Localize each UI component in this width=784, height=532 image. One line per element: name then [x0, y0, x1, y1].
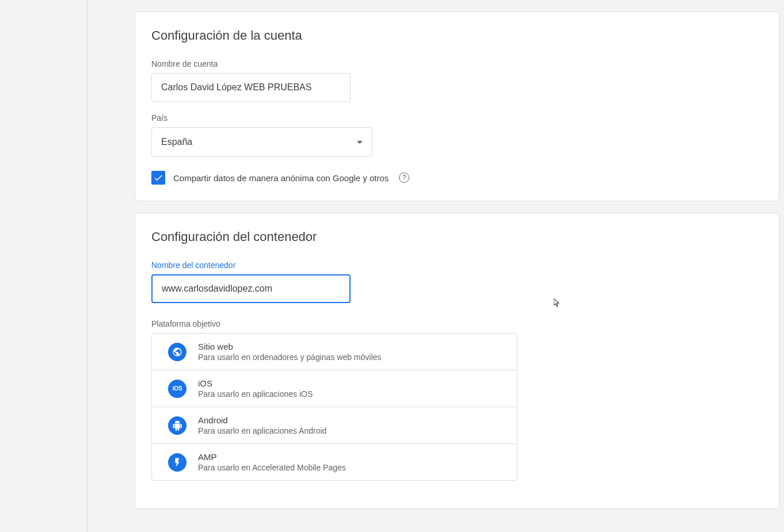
- platform-option-ios[interactable]: iOS iOS Para usarlo en aplicaciones iOS: [152, 370, 517, 407]
- platform-amp-desc: Para usarlo en Accelerated Mobile Pages: [198, 463, 346, 472]
- help-icon[interactable]: ?: [399, 173, 409, 183]
- container-config-card: Configuración del contenedor Nombre del …: [135, 213, 779, 509]
- bolt-icon: [168, 453, 187, 472]
- share-data-checkbox[interactable]: [151, 171, 165, 185]
- platform-field-group: Plataforma objetivo Sitio web Para usarl…: [151, 319, 763, 481]
- account-config-card: Configuración de la cuenta Nombre de cue…: [135, 12, 779, 201]
- country-select[interactable]: España: [151, 127, 372, 157]
- chevron-down-icon: [357, 141, 363, 144]
- globe-icon: [168, 343, 187, 361]
- container-config-title: Configuración del contenedor: [151, 229, 763, 244]
- country-field-group: País España: [151, 113, 763, 157]
- platform-ios-text: iOS Para usarlo en aplicaciones iOS: [198, 378, 313, 399]
- container-name-input[interactable]: [151, 274, 351, 303]
- ios-icon: iOS: [168, 380, 187, 398]
- country-selected-value: España: [161, 137, 192, 147]
- account-name-field-group: Nombre de cuenta: [151, 59, 763, 102]
- android-icon: [168, 416, 187, 435]
- country-label: País: [151, 113, 763, 123]
- platform-android-desc: Para usarlo en aplicaciones Android: [198, 426, 326, 435]
- platform-android-title: Android: [198, 415, 326, 425]
- platform-ios-desc: Para usarlo en aplicaciones iOS: [198, 389, 313, 399]
- platform-list: Sitio web Para usarlo en ordenadores y p…: [151, 333, 517, 481]
- account-name-input[interactable]: [151, 73, 351, 102]
- platform-web-text: Sitio web Para usarlo en ordenadores y p…: [198, 342, 381, 362]
- account-config-title: Configuración de la cuenta: [151, 28, 763, 43]
- left-sidebar-spacer: [0, 0, 87, 532]
- account-name-label: Nombre de cuenta: [151, 59, 763, 68]
- container-name-label: Nombre del contenedor: [151, 261, 763, 270]
- platform-amp-text: AMP Para usarlo en Accelerated Mobile Pa…: [198, 452, 346, 472]
- platform-amp-title: AMP: [198, 452, 346, 462]
- platform-ios-title: iOS: [198, 378, 313, 388]
- platform-option-android[interactable]: Android Para usarlo en aplicaciones Andr…: [152, 407, 517, 444]
- platform-label: Plataforma objetivo: [151, 319, 763, 328]
- platform-web-title: Sitio web: [198, 342, 381, 351]
- platform-web-desc: Para usarlo en ordenadores y páginas web…: [198, 353, 381, 362]
- share-data-row: Compartir datos de manera anónima con Go…: [151, 171, 763, 185]
- platform-android-text: Android Para usarlo en aplicaciones Andr…: [198, 415, 326, 435]
- main-content: Configuración de la cuenta Nombre de cue…: [87, 0, 784, 532]
- share-data-label: Compartir datos de manera anónima con Go…: [173, 173, 389, 183]
- platform-option-amp[interactable]: AMP Para usarlo en Accelerated Mobile Pa…: [152, 444, 517, 480]
- checkmark-icon: [153, 173, 163, 183]
- platform-option-web[interactable]: Sitio web Para usarlo en ordenadores y p…: [152, 334, 517, 370]
- container-name-field-group: Nombre del contenedor: [151, 261, 763, 303]
